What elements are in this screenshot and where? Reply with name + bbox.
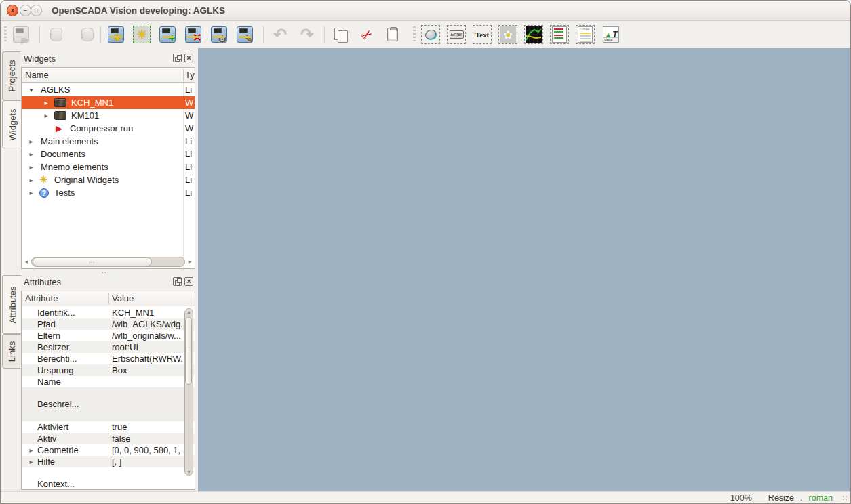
attr-row-hilfe[interactable]: ▸ Hilfe [, ] xyxy=(22,456,195,467)
statusbar-separator: . xyxy=(800,493,802,503)
widgets-panel-float-icon[interactable] xyxy=(173,54,182,62)
delete-visual-item-button[interactable]: × xyxy=(182,24,204,45)
tree-item-main-elements[interactable]: ▸ Main elements Li xyxy=(22,135,195,148)
minimize-window-icon[interactable]: − xyxy=(20,5,31,16)
column-header-attribute[interactable]: Attribute xyxy=(25,291,105,306)
sun-icon: ☀ xyxy=(39,173,48,186)
media-element-button[interactable]: ✿ xyxy=(497,24,519,45)
new-widget-library-button[interactable]: ☀ xyxy=(105,24,127,45)
expander-icon[interactable]: ▸ xyxy=(42,96,50,109)
redo-icon: ↷ xyxy=(300,26,314,43)
run-widget-button[interactable]: ▶ xyxy=(10,24,32,45)
attributes-panel-float-icon[interactable] xyxy=(173,277,182,286)
scroll-up-icon[interactable]: ▴ xyxy=(184,309,193,315)
scrollbar-thumb[interactable]: ⋯ xyxy=(33,257,152,266)
expander-icon[interactable]: ▸ xyxy=(42,109,50,122)
attr-row-pfad[interactable]: Pfad /wlb_AGLKS/wdg... xyxy=(22,318,195,330)
add-visual-item-button[interactable]: + xyxy=(157,24,178,45)
redo-button[interactable]: ↷ xyxy=(296,24,318,45)
tab-projects[interactable]: Projects xyxy=(2,51,20,100)
column-header-type[interactable]: Ty xyxy=(185,68,195,83)
item-properties-icon: ⚙ xyxy=(211,26,227,43)
diagram-element-button[interactable] xyxy=(523,24,545,45)
attr-row-identifier[interactable]: Identifik... KCH_MN1 xyxy=(22,307,195,318)
widget-thumbnail-icon xyxy=(54,98,66,107)
cut-button[interactable]: ✂ xyxy=(356,24,378,45)
new-widget-library-icon: ☀ xyxy=(108,26,124,43)
zoom-level: 100% xyxy=(730,493,752,503)
expander-icon[interactable]: ▾ xyxy=(27,83,35,96)
tree-item-original-widgets[interactable]: ▸ ☀ Original Widgets Li xyxy=(22,173,195,186)
toolbar-drag-handle[interactable] xyxy=(413,26,416,43)
expander-icon[interactable]: ▸ xyxy=(27,456,35,467)
attr-row-ursprung[interactable]: Ursprung Box xyxy=(22,364,195,376)
toolbar-drag-handle[interactable] xyxy=(4,26,7,43)
attr-row-berechtigung[interactable]: Berechti... Erbschaft(RWRW... xyxy=(22,353,195,364)
undo-button[interactable]: ↶ xyxy=(269,24,291,45)
attr-row-geometrie[interactable]: ▸ Geometrie [0, 0, 900, 580, 1, ... xyxy=(22,444,195,456)
resize-grip[interactable] xyxy=(843,496,848,501)
tree-item-compressor-run[interactable]: ▶ Compressor run W xyxy=(22,122,195,135)
tree-item-km101[interactable]: ▸ KM101 W xyxy=(22,109,195,122)
item-properties-button[interactable]: ⚙ xyxy=(208,24,230,45)
attr-row-aktiviert[interactable]: Aktiviert true xyxy=(22,421,195,433)
expander-icon[interactable]: ▸ xyxy=(27,161,35,173)
save-to-db-button[interactable]: ↓ xyxy=(77,24,98,45)
tree-item-documents[interactable]: ▸ Documents Li xyxy=(22,148,195,161)
attributes-vertical-scrollbar[interactable]: ▴ ⋮ ▾ xyxy=(184,308,193,476)
question-icon: ? xyxy=(39,188,49,198)
column-header-value[interactable]: Value xyxy=(112,291,180,306)
close-window-icon[interactable]: × xyxy=(7,5,18,16)
expander-icon[interactable]: ▸ xyxy=(27,186,35,199)
expander-icon[interactable]: ▸ xyxy=(27,135,35,148)
edit-item-button[interactable]: ✎ xyxy=(234,24,256,45)
scroll-left-icon[interactable]: ◂ xyxy=(23,257,30,266)
attr-row-kontext[interactable]: Kontext... xyxy=(22,478,195,490)
widgets-tree-header[interactable]: Name Ty xyxy=(22,68,195,83)
scrollbar-thumb[interactable]: ⋮ xyxy=(185,317,192,385)
elementary-figure-button[interactable] xyxy=(420,24,441,45)
function-element-button[interactable]: ▲T Value xyxy=(600,24,622,45)
undo-icon: ↶ xyxy=(273,26,287,43)
text-element-button[interactable]: Text xyxy=(471,24,493,45)
tree-item-kch-mn1[interactable]: ▸ KCH_MN1 W xyxy=(22,96,195,109)
expander-icon[interactable]: ▸ xyxy=(27,173,35,186)
tree-item-mnemo-elements[interactable]: ▸ Mnemo elements Li xyxy=(22,161,195,173)
tab-attributes[interactable]: Attributes xyxy=(2,275,21,334)
titlebar[interactable]: × − □ OpenSCADA Vision developing: AGLKS xyxy=(1,1,850,21)
function-element-icon: ▲T Value xyxy=(603,26,619,43)
attributes-panel-close-icon[interactable]: × xyxy=(184,277,193,286)
red-play-icon: ▶ xyxy=(56,122,62,135)
attr-row-eltern[interactable]: Eltern /wlb_originals/w... xyxy=(22,330,195,341)
attributes-table-header[interactable]: Attribute Value xyxy=(22,291,195,306)
document-element-button[interactable]: Order xyxy=(574,24,596,45)
workspace-canvas[interactable] xyxy=(198,48,850,491)
maximize-window-icon[interactable]: □ xyxy=(31,5,42,16)
attr-row-name[interactable]: Name xyxy=(22,376,195,387)
expander-icon[interactable]: ▸ xyxy=(27,444,35,456)
dock-splitter-handle[interactable]: ⋯ xyxy=(101,268,110,277)
form-element-icon: Enter xyxy=(447,25,466,44)
load-from-db-button[interactable]: ↑ xyxy=(45,24,67,45)
copy-button[interactable] xyxy=(330,24,352,45)
attr-row-beschreibung[interactable]: Beschrei... xyxy=(22,387,195,421)
widgets-horizontal-scrollbar[interactable]: ◂ ⋯ ▸ xyxy=(23,257,193,267)
scroll-right-icon[interactable]: ▸ xyxy=(186,257,193,266)
widgets-panel-close-icon[interactable]: × xyxy=(184,54,193,62)
tab-links[interactable]: Links xyxy=(2,334,20,369)
tab-widgets[interactable]: Widgets xyxy=(2,100,21,148)
protocol-element-button[interactable] xyxy=(549,24,570,45)
toolbar-separator xyxy=(39,26,40,43)
widgets-tree-panel: Name Ty ▾ AGLKS Li ▸ KCH_MN1 W ▸ KM101 W xyxy=(21,67,195,269)
expander-icon[interactable]: ▸ xyxy=(27,148,35,161)
paste-button[interactable] xyxy=(382,24,403,45)
column-header-name[interactable]: Name xyxy=(25,68,174,83)
scroll-down-icon[interactable]: ▾ xyxy=(184,469,193,475)
form-element-button[interactable]: Enter xyxy=(446,24,467,45)
attr-row-spacer xyxy=(22,467,195,478)
tree-item-aglks[interactable]: ▾ AGLKS Li xyxy=(22,83,195,96)
attr-row-besitzer[interactable]: Besitzer root:UI xyxy=(22,341,195,353)
attr-row-aktiv[interactable]: Aktiv false xyxy=(22,433,195,444)
tree-item-tests[interactable]: ▸ ? Tests Li xyxy=(22,186,195,199)
widget-library-button[interactable]: ☀ xyxy=(131,24,153,45)
